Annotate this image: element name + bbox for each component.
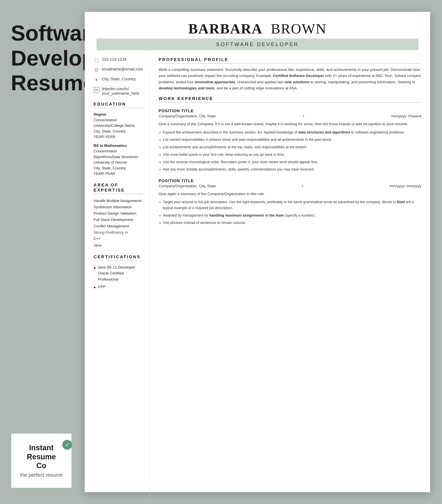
phone-icon: ◯ — [93, 57, 99, 63]
first-name: BARBARA — [188, 21, 262, 37]
contact-email: @ emailname@email.com — [93, 67, 144, 73]
bullet-1-2: List current responsibilities in present… — [163, 137, 421, 143]
bullet-1-5: Use the reverse chronological order. Rec… — [163, 159, 421, 165]
expertise-title: AREA OF EXPERTISE — [93, 182, 144, 194]
resume-body: ◯ 123-123-1234 @ emailname@email.com ● C… — [85, 50, 430, 498]
position-2-company: Company/Organisation, City, State — [159, 184, 216, 188]
logo-subtitle: the perfect resume — [20, 472, 63, 478]
resume-document: BARBARA BROWN SOFTWARE DEVELOPER ◯ 123-1… — [85, 12, 430, 492]
expertise-item-6: Strong Proficiency in — [93, 229, 144, 236]
position-1-separator: l — [303, 114, 304, 118]
edu-entry-2: BS in Mathematics Concentration Algorith… — [93, 143, 144, 177]
bullet-2-1: Target your resume to the job descriptio… — [163, 199, 421, 211]
expertise-item-7: C++ — [93, 236, 144, 242]
work-experience-title: WORK EXPERIENCE — [159, 96, 421, 103]
last-name: BROWN — [271, 21, 327, 37]
bullet-2-3: Use phrases instead of sentences to rema… — [163, 220, 421, 226]
expertise-item-3: Product Design Validation — [93, 210, 144, 216]
bullet-1-4: Use more bullet points in your first rol… — [163, 152, 421, 158]
position-1-title: POSITION TITLE — [159, 108, 421, 113]
expertise-item-2: Synthesize Information — [93, 204, 144, 210]
position-2-summary: Give again a summary of the Company/Orga… — [159, 191, 421, 197]
location-icon: ● — [93, 77, 99, 83]
certifications-title: CERTIFICATIONS — [93, 254, 144, 261]
contact-section: ◯ 123-123-1234 @ emailname@email.com ● C… — [93, 57, 144, 96]
contact-linkedin: in linkedin.com/in/your_username_here — [93, 87, 144, 96]
expertise-item-5: Conflict Management — [93, 223, 144, 229]
bullet-2-2: Awarded by management for handling maxim… — [163, 213, 421, 218]
bullet-1-1: Expand the achievement described in the … — [163, 129, 421, 135]
cert-bullet-1: ● — [93, 265, 96, 271]
position-2-details: Company/Organisation, City, State l mm/y… — [159, 184, 421, 188]
linkedin-icon: in — [93, 87, 99, 92]
edu-entry-1: Degree Concentration University/College … — [93, 112, 144, 140]
logo-text: InstantResumeCo — [27, 443, 56, 470]
right-column: PROFESSIONAL PROFILE Write a compelling … — [150, 50, 430, 498]
position-2-bullets: Target your resume to the job descriptio… — [159, 199, 421, 226]
position-2-title: POSITION TITLE — [159, 178, 421, 183]
cert-bullet-2: ● — [93, 284, 96, 290]
expertise-item-4: Full Stack Development — [93, 216, 144, 223]
resume-title-bar: SOFTWARE DEVELOPER — [96, 38, 418, 50]
expertise-item-1: Handle Multiple Assignments — [93, 198, 144, 204]
position-1-details: Company/Organisation, City, State l mm/y… — [159, 114, 421, 118]
position-1-dates: mm/yyyy- Present — [391, 114, 421, 118]
email-icon: @ — [93, 67, 99, 73]
logo-checkmark: ✓ — [62, 440, 72, 450]
position-1: POSITION TITLE Company/Organisation, Cit… — [159, 108, 421, 172]
position-2: POSITION TITLE Company/Organisation, Cit… — [159, 178, 421, 226]
expertise-list: Handle Multiple Assignments Synthesize I… — [93, 198, 144, 249]
cert-item-1: ● Java SE 11 Developer: Oracle Certified… — [93, 264, 144, 282]
logo-box: ✓ InstantResumeCo the perfect resume — [11, 433, 72, 488]
position-1-company: Company/Organisation, City, State — [159, 114, 216, 118]
cert-item-2: ● CPP — [93, 284, 144, 290]
position-1-summary: Give a summary of the Company. If it is … — [159, 121, 421, 127]
profile-text: Write a compelling summary statement. Su… — [159, 67, 421, 91]
profile-title: PROFESSIONAL PROFILE — [159, 57, 421, 64]
resume-header: BARBARA BROWN SOFTWARE DEVELOPER — [85, 12, 430, 50]
expertise-item-8: Java — [93, 242, 144, 249]
left-column: ◯ 123-123-1234 @ emailname@email.com ● C… — [85, 50, 150, 498]
position-1-bullets: Expand the achievement described in the … — [159, 129, 421, 172]
position-2-dates: mm/yyyy- mm/yyyy — [390, 184, 421, 188]
bullet-1-6: Add any more notable accomplishments, sk… — [163, 166, 421, 172]
contact-phone: ◯ 123-123-1234 — [93, 57, 144, 63]
contact-location: ● City, State, Country — [93, 77, 144, 83]
resume-name: BARBARA BROWN — [96, 21, 418, 37]
education-title: EDUCATION — [93, 102, 144, 108]
bullet-1-3: List achievements and accomplishments at… — [163, 144, 421, 150]
certifications-list: ● Java SE 11 Developer: Oracle Certified… — [93, 264, 144, 290]
position-2-separator: l — [302, 184, 303, 188]
